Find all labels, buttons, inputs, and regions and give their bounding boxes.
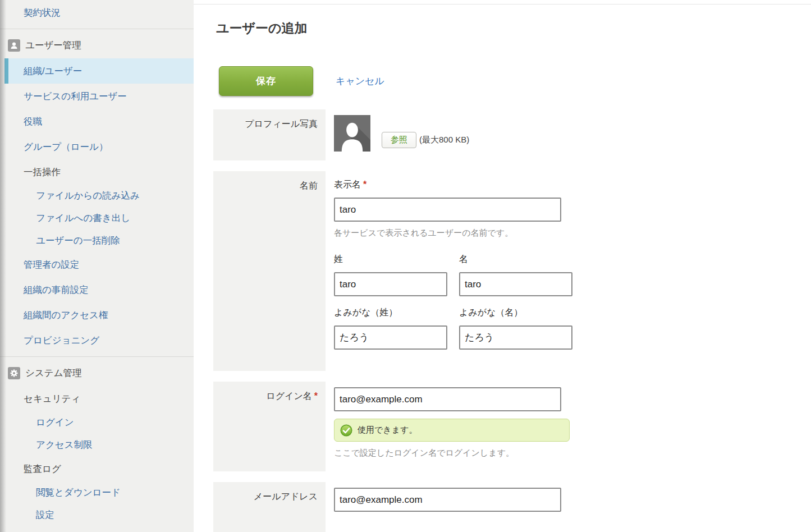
sidebar-item-label: 契約状況 — [24, 7, 61, 19]
header-divider — [194, 0, 811, 4]
sidebar-item[interactable]: 組織間のアクセス権 — [0, 302, 194, 328]
sidebar-item[interactable]: 契約状況 — [0, 0, 194, 25]
sidebar-item-label: アクセス制限 — [36, 439, 93, 451]
required-mark: * — [363, 180, 366, 189]
toolbar: 保存 キャンセル — [219, 66, 811, 96]
kana-last-name-input[interactable] — [334, 325, 447, 350]
profile-photo-label: プロフィール写真 — [213, 109, 326, 160]
check-icon — [340, 424, 352, 437]
last-name-input[interactable] — [334, 272, 447, 296]
browse-button[interactable]: 参照 — [382, 132, 416, 148]
sidebar-item[interactable]: 閲覧とダウンロード — [0, 481, 194, 504]
required-mark: * — [314, 391, 318, 401]
gear-icon — [8, 367, 20, 379]
sidebar-item[interactable]: サービスの利用ユーザー — [0, 84, 194, 109]
photo-size-note: (最大800 KB) — [419, 135, 469, 145]
sidebar-item: 一括操作 — [0, 159, 194, 185]
kana-last-name-label: よみがな（姓） — [334, 307, 447, 319]
sidebar-item-label: 管理者の設定 — [24, 259, 79, 271]
name-row: 名前 表示名* 各サービスで表示されるユーザーの名前です。 姓 名 — [213, 171, 811, 371]
sidebar-item: 監査ログ — [0, 456, 194, 481]
sidebar-item[interactable]: 管理者の設定 — [0, 252, 194, 277]
sidebar-item[interactable]: ファイルからの読み込み — [0, 185, 194, 207]
sidebar-item: ユーザー管理 — [0, 33, 194, 58]
add-user-form: プロフィール写真 参照 (最大 — [213, 109, 811, 532]
main-content: ユーザーの追加 保存 キャンセル プロフィール写真 — [194, 0, 811, 532]
first-name-input[interactable] — [459, 272, 572, 296]
login-name-status: 使用できます。 — [334, 419, 570, 442]
profile-photo-content: 参照 (最大800 KB) — [326, 109, 469, 160]
name-label: 名前 — [213, 171, 326, 371]
sidebar-divider — [0, 356, 194, 357]
sidebar-item-label: セキュリティ — [24, 393, 80, 405]
login-name-label: ログイン名* — [213, 382, 326, 471]
email-label: メールアドレス — [213, 482, 326, 532]
sidebar-item-label: 組織間のアクセス権 — [24, 309, 108, 322]
sidebar-item[interactable]: ファイルへの書き出し — [0, 207, 194, 230]
sidebar-item-label: 監査ログ — [24, 463, 61, 475]
login-name-row: ログイン名* — [213, 382, 811, 471]
display-name-input[interactable] — [334, 198, 561, 222]
avatar-placeholder-icon — [334, 115, 370, 152]
sidebar-item-label: グループ（ロール） — [24, 141, 108, 153]
sidebar-item[interactable]: 組織の事前設定 — [0, 277, 194, 302]
kana-first-name-input[interactable] — [459, 325, 572, 350]
sidebar-item-label: 一括操作 — [24, 166, 61, 178]
sidebar-item-label: ユーザー管理 — [25, 39, 81, 52]
last-name-label: 姓 — [334, 254, 447, 265]
sidebar-divider — [0, 29, 194, 29]
app-window: 契約状況ユーザー管理組織/ユーザーサービスの利用ユーザー役職グループ（ロール）一… — [0, 0, 811, 532]
email-row: メールアドレス — [213, 482, 811, 532]
login-status-text: 使用できます。 — [358, 425, 417, 435]
login-name-help: ここで設定したログイン名でログインします。 — [334, 448, 570, 458]
email-content — [326, 482, 561, 532]
sidebar: 契約状況ユーザー管理組織/ユーザーサービスの利用ユーザー役職グループ（ロール）一… — [0, 0, 194, 532]
sidebar-item-label: ファイルへの書き出し — [36, 212, 130, 224]
sidebar-item-label: 設定 — [36, 509, 54, 521]
sidebar-item[interactable]: ログイン — [0, 411, 194, 434]
sidebar-item[interactable]: プロビジョニング — [0, 328, 194, 353]
first-name-label: 名 — [459, 254, 572, 265]
save-button[interactable]: 保存 — [219, 66, 313, 96]
sidebar-item-label: 組織/ユーザー — [24, 65, 82, 77]
sidebar-item-label: 閲覧とダウンロード — [36, 487, 121, 499]
sidebar-item-label: 組織の事前設定 — [24, 284, 89, 296]
sidebar-item-label: プロビジョニング — [24, 334, 99, 347]
user-icon — [8, 39, 20, 52]
login-name-input[interactable] — [334, 387, 561, 411]
email-input[interactable] — [334, 488, 561, 512]
kana-first-name-label: よみがな（名） — [459, 307, 572, 319]
cancel-link[interactable]: キャンセル — [336, 75, 384, 88]
sidebar-item[interactable]: 役職 — [0, 109, 194, 134]
sidebar-item[interactable]: 組織/ユーザー — [0, 58, 194, 84]
login-name-content: 使用できます。 ここで設定したログイン名でログインします。 — [326, 382, 570, 471]
name-content: 表示名* 各サービスで表示されるユーザーの名前です。 姓 名 — [326, 171, 572, 371]
sidebar-item[interactable]: グループ（ロール） — [0, 134, 194, 159]
page-title: ユーザーの追加 — [216, 20, 811, 37]
sidebar-item[interactable]: 設定 — [0, 504, 194, 526]
sidebar-nav: 契約状況ユーザー管理組織/ユーザーサービスの利用ユーザー役職グループ（ロール）一… — [0, 0, 194, 526]
display-name-help: 各サービスで表示されるユーザーの名前です。 — [334, 228, 572, 239]
sidebar-item[interactable]: アクセス制限 — [0, 434, 194, 456]
sidebar-item[interactable]: ユーザーの一括削除 — [0, 230, 194, 252]
sidebar-item-label: サービスの利用ユーザー — [24, 90, 127, 103]
sidebar-item-label: ログイン — [36, 416, 74, 429]
display-name-label: 表示名* — [334, 179, 572, 191]
sidebar-item-label: システム管理 — [25, 367, 82, 379]
sidebar-item-label: ファイルからの読み込み — [36, 190, 140, 202]
sidebar-item: システム管理 — [0, 360, 194, 386]
sidebar-item-label: ユーザーの一括削除 — [36, 235, 120, 247]
sidebar-item-label: 役職 — [24, 116, 42, 128]
profile-photo-row: プロフィール写真 参照 (最大 — [213, 109, 811, 160]
sidebar-item: セキュリティ — [0, 386, 194, 411]
